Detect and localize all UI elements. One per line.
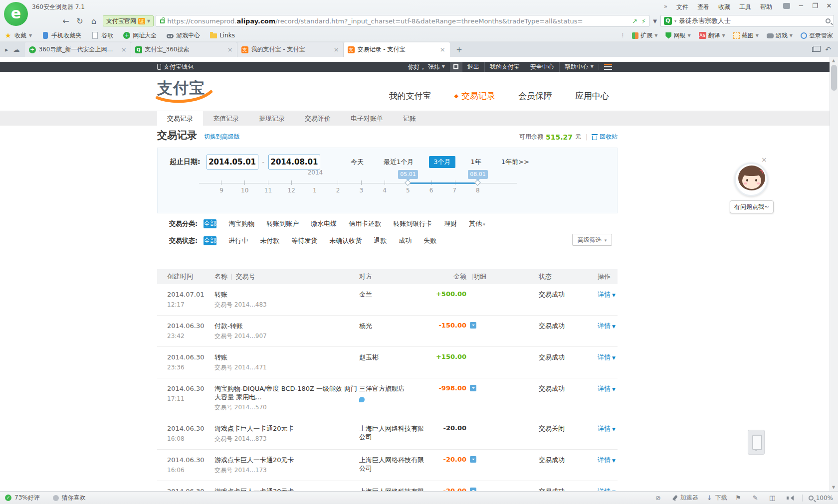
month-tick-label[interactable]: 4 [380,187,389,194]
date-slider[interactable]: 2014 910111212345678 05.01 08.01 [158,170,617,212]
month-tick-label[interactable]: 10 [240,187,249,194]
main-nav-item[interactable]: ◆ 交易记录 [454,90,495,102]
url-field[interactable]: https://consumeprod.alipay.com/record/st… [156,15,649,27]
page-scrollbar[interactable]: ▲ ▼ [830,57,838,491]
search-query[interactable]: 暴徒杀害宗教人士 [679,16,823,25]
menu-collapse-icon[interactable]: » [664,3,667,11]
home-icon[interactable]: ⌂ [87,16,101,26]
detail-link[interactable]: 详情▼ [598,322,616,331]
bookmark-item[interactable]: 手机收藏夹 ▼ [42,31,81,40]
minimize-button[interactable]: ─ [794,1,808,11]
new-tab-button[interactable]: + [453,44,466,55]
category-option[interactable]: 理财▾ [444,219,457,228]
suggest-icon[interactable] [53,495,59,501]
sub-nav-tab[interactable]: 交易记录 [157,111,203,126]
end-date-input[interactable]: 2014.08.01 [268,155,320,169]
maximize-button[interactable]: ❐ [808,1,822,11]
toolbar-extension[interactable]: 扩展 ▼ [632,31,657,40]
quick-range-option[interactable]: 1年前>> [497,156,534,168]
tray-tool[interactable] [752,494,761,502]
toolbar-extension[interactable]: 截图 ▼ [733,31,759,40]
amount-detail-dropdown-icon[interactable] [470,385,476,391]
menu-item[interactable]: 帮助 [760,3,772,11]
topbar-link[interactable]: 我的支付宝 ▼ [484,62,525,72]
main-nav-item[interactable]: ◆ 我的支付宝 [389,90,431,102]
menu-item[interactable]: 文件 [676,3,688,11]
category-option[interactable]: 其他▾ [469,219,485,228]
rating-icon[interactable]: ✓ [5,495,11,501]
category-option[interactable]: 转账到账户▾ [266,219,299,228]
scrollbar-thumb[interactable] [831,65,837,91]
month-tick-label[interactable]: 3 [357,187,366,194]
month-tick-label[interactable]: 12 [287,187,296,194]
bookmark-item[interactable]: 收藏 ▼ [5,31,32,40]
search-engine-icon[interactable]: Q [664,17,672,25]
month-tick-label[interactable]: 1 [310,187,319,194]
cloud-sync-icon[interactable]: ☁ [13,46,20,53]
refresh-icon[interactable]: ↻ [73,16,87,26]
detail-link[interactable]: 详情▼ [598,487,616,491]
quick-range-option[interactable]: 3个月 [429,156,455,168]
search-icon[interactable] [826,18,831,23]
site-verify-badge[interactable]: 支付宝官网 证 ▼ [103,15,154,26]
tray-tool[interactable] [786,495,795,502]
month-tick-label[interactable]: 6 [426,187,435,194]
sub-nav-tab[interactable]: 充值记录 [203,111,249,126]
browser-tab[interactable]: 交易记录 - 支付宝 × [344,42,450,57]
url-dropdown-icon[interactable]: ▼ [649,18,660,24]
detail-link[interactable]: 详情▼ [598,384,616,393]
amount-detail-dropdown-icon[interactable] [470,322,476,329]
tab-close-icon[interactable]: × [440,46,445,53]
status-option[interactable]: 进行中 [228,236,248,245]
category-option[interactable]: 淘宝购物▾ [228,219,254,228]
toolbar-extension[interactable]: 翻译 ▼ [699,31,725,40]
tab-close-icon[interactable]: × [334,46,339,53]
sub-nav-tab[interactable]: 提现记录 [249,111,295,126]
tray-tool[interactable]: 加速器 [671,494,698,502]
scroll-down-icon[interactable]: ▼ [832,485,835,490]
share-icon[interactable]: ↗ [632,17,637,25]
switch-advanced-link[interactable]: 切换到高级版 [204,133,240,140]
status-option[interactable]: 退款 [374,236,387,245]
status-option[interactable]: 失败 [423,236,436,245]
tab-close-icon[interactable]: × [227,46,233,53]
menu-item[interactable]: 收藏 [718,3,730,11]
category-option[interactable]: 缴水电煤▾ [311,219,337,228]
category-option[interactable]: 转账到银行卡▾ [393,219,432,228]
browser-tab[interactable]: 支付宝_360搜索 × [131,42,237,57]
assistant-mascot-avatar[interactable] [734,163,768,196]
quick-range-option[interactable]: 最近1个月 [379,156,418,168]
menu-item[interactable]: 工具 [739,3,751,11]
user-greeting[interactable]: 你好，张炜 ▼ [403,62,450,72]
bookmark-item[interactable]: 谷歌 ▼ [91,31,113,40]
topbar-link[interactable]: 安全中心 ▼ [525,62,559,72]
topbar-link[interactable]: 退出 ▼ [462,62,484,72]
rating-label[interactable]: 73%好评 [14,494,40,502]
category-option[interactable]: 全部▾ [204,219,216,228]
tray-tool[interactable] [735,494,744,502]
zoom-icon[interactable] [809,496,814,501]
detail-link[interactable]: 详情▼ [598,456,616,465]
bookmark-item[interactable]: 网址大全 ▼ [123,31,157,40]
detail-link[interactable]: 详情▼ [598,353,616,362]
browser-tab[interactable]: 我的支付宝 - 支付宝 × [237,42,344,57]
recycle-bin-link[interactable]: 回收站 [600,133,618,141]
tab-close-icon[interactable]: × [121,46,127,53]
month-tick-label[interactable]: 8 [473,187,482,194]
status-option[interactable]: 未确认收货 [329,236,362,245]
bookmark-item[interactable]: Links ▼ [210,31,235,40]
skin-theme-icon[interactable] [783,3,790,9]
month-tick-label[interactable]: 9 [217,187,226,194]
recently-closed-icon[interactable] [812,47,818,52]
tray-tool[interactable] [654,494,664,502]
detail-link[interactable]: 详情▼ [598,290,616,299]
amount-detail-dropdown-icon[interactable] [470,456,476,463]
suggest-label[interactable]: 猜你喜欢 [62,494,86,502]
wangwang-icon[interactable] [359,397,365,402]
undo-icon[interactable]: ↶ [825,45,831,53]
sub-nav-tab[interactable]: 交易评价 [295,111,341,126]
topbar-link[interactable]: 帮助中心 ▼ [559,62,599,72]
toolbar-extension[interactable]: 游戏 ▼ [767,31,793,40]
qr-code-icon[interactable] [450,62,462,72]
main-nav-item[interactable]: ◆ 会员保障 [518,90,552,102]
